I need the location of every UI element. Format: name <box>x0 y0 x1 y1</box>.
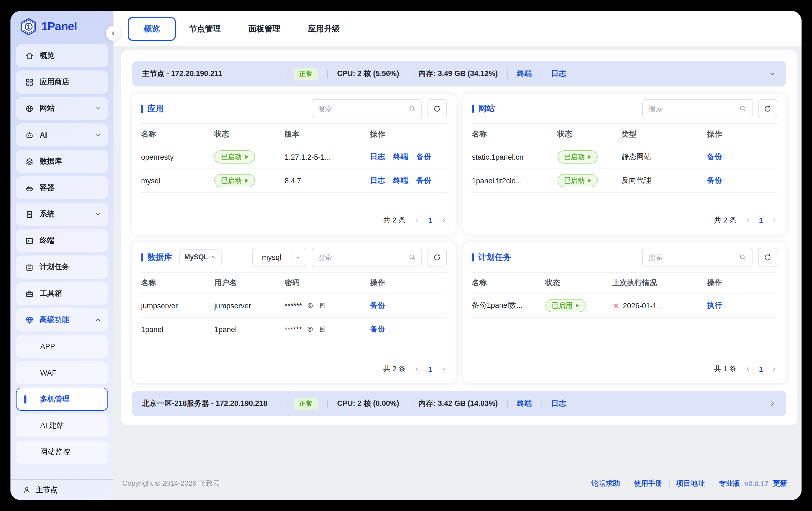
backup-link[interactable]: 备份 <box>707 152 722 162</box>
failed-x-icon <box>612 302 619 309</box>
prev-page-icon[interactable] <box>745 366 751 372</box>
tab-app-upgrade[interactable]: 应用升级 <box>308 23 340 34</box>
sidebar-collapse-button[interactable] <box>106 26 121 41</box>
backup-link[interactable]: 备份 <box>370 324 385 334</box>
chevron-down-icon[interactable] <box>768 70 776 78</box>
status-pill[interactable]: 已启动 <box>557 150 598 163</box>
sidebar-item-appstore[interactable]: 应用商店 <box>16 70 108 94</box>
edition-label[interactable]: 专业版 <box>719 479 740 488</box>
chevron-right-icon[interactable] <box>768 400 776 408</box>
copy-icon[interactable] <box>318 302 326 309</box>
search-input[interactable] <box>318 253 408 261</box>
app-search-input[interactable] <box>312 99 422 118</box>
pagination: 共 2 条 1 <box>141 357 446 383</box>
cron-refresh-button[interactable] <box>758 247 777 267</box>
prev-page-icon[interactable] <box>745 217 751 223</box>
table-header: 名称 状态 类型 操作 <box>472 123 777 145</box>
node-bar-beijing[interactable]: 北京一区-218服务器 - 172.20.190.218 正常 CPU: 2 核… <box>132 391 786 416</box>
sidebar-item-system[interactable]: 系统 <box>16 203 108 226</box>
table-row: jumpserver jumpserver ****** 备份 <box>141 294 446 318</box>
terminal-link[interactable]: 终端 <box>393 152 408 162</box>
globe-icon <box>25 104 34 113</box>
forum-help-link[interactable]: 论坛求助 <box>591 479 620 488</box>
status-pill[interactable]: 已启动 <box>557 174 598 187</box>
play-icon <box>245 178 248 183</box>
prev-page-icon[interactable] <box>414 217 420 223</box>
chevron-left-icon <box>110 30 117 37</box>
page-number[interactable]: 1 <box>428 365 432 373</box>
page-number[interactable]: 1 <box>428 216 432 224</box>
db-name: 1panel <box>141 325 214 333</box>
app-version: 8.4.7 <box>285 177 370 185</box>
sidebar-item-overview[interactable]: 概览 <box>16 44 108 67</box>
website-refresh-button[interactable] <box>758 99 777 118</box>
db-type-select[interactable]: MySQL <box>179 249 222 265</box>
manual-link[interactable]: 使用手册 <box>634 479 662 488</box>
terminal-link[interactable]: 终端 <box>393 176 408 186</box>
cron-search-input[interactable] <box>642 247 753 267</box>
eye-icon[interactable] <box>306 325 314 333</box>
divider <box>669 480 670 487</box>
copy-icon[interactable] <box>318 325 326 333</box>
sidebar-item-waf[interactable]: WAF <box>16 361 108 384</box>
sidebar-item-ai[interactable]: AI <box>16 123 108 147</box>
eye-icon[interactable] <box>306 302 314 309</box>
sidebar-item-cron[interactable]: 计划任务 <box>16 256 108 279</box>
next-page-icon[interactable] <box>771 217 777 223</box>
execute-link[interactable]: 执行 <box>707 301 722 310</box>
next-page-icon[interactable] <box>771 366 777 372</box>
backup-link[interactable]: 备份 <box>416 176 431 186</box>
status-pill[interactable]: 已启用 <box>545 299 586 312</box>
page-number[interactable]: 1 <box>759 365 763 373</box>
backup-link[interactable]: 备份 <box>416 152 431 162</box>
sidebar-item-advanced[interactable]: 高级功能 <box>16 308 108 331</box>
next-page-icon[interactable] <box>440 217 446 223</box>
search-input[interactable] <box>318 104 408 113</box>
website-search-input[interactable] <box>642 99 753 118</box>
sidebar-item-app[interactable]: APP <box>16 335 108 358</box>
status-pill[interactable]: 已启动 <box>214 150 255 163</box>
prev-page-icon[interactable] <box>414 366 420 372</box>
sidebar-item-label: 应用商店 <box>40 77 69 87</box>
sidebar-item-toolbox[interactable]: 工具箱 <box>16 282 108 305</box>
status-pill[interactable]: 已启动 <box>214 174 255 187</box>
refresh-icon <box>763 104 772 113</box>
status-label: 已启动 <box>564 152 585 161</box>
tab-overview[interactable]: 概览 <box>128 17 176 40</box>
sidebar-item-container[interactable]: 容器 <box>16 176 108 199</box>
db-instance-select[interactable]: mysql <box>252 247 306 267</box>
page-number[interactable]: 1 <box>759 216 763 224</box>
tab-node-management[interactable]: 节点管理 <box>189 23 221 34</box>
search-icon <box>408 253 416 261</box>
node-log-link[interactable]: 日志 <box>551 69 566 79</box>
backup-link[interactable]: 备份 <box>707 176 722 186</box>
node-log-link[interactable]: 日志 <box>551 399 566 409</box>
sidebar-item-multinode[interactable]: 多机管理 <box>16 388 108 411</box>
whale-icon <box>25 183 34 192</box>
update-link[interactable]: 更新 <box>773 479 787 488</box>
project-link[interactable]: 项目地址 <box>676 479 705 488</box>
search-input[interactable] <box>648 104 739 113</box>
sidebar-item-site-monitor[interactable]: 网站监控 <box>16 441 108 464</box>
current-node-label: 主节点 <box>36 485 57 495</box>
sidebar-current-node[interactable]: 主节点 <box>10 479 114 500</box>
tab-panel-management[interactable]: 面板管理 <box>249 23 281 34</box>
app-name: mysql <box>141 177 214 185</box>
sidebar-item-terminal[interactable]: 终端 <box>16 229 108 252</box>
sidebar-item-ai-site[interactable]: AI 建站 <box>16 414 108 437</box>
sidebar-item-website[interactable]: 网站 <box>16 97 108 120</box>
refresh-icon <box>433 104 441 113</box>
search-input[interactable] <box>648 253 739 261</box>
app-refresh-button[interactable] <box>427 99 446 118</box>
log-link[interactable]: 日志 <box>370 176 385 186</box>
node-bar-master[interactable]: 主节点 - 172.20.190.211 正常 CPU: 2 核 (5.56%)… <box>132 61 786 86</box>
sidebar-item-database[interactable]: 数据库 <box>16 150 108 173</box>
card-databases: 数据库 MySQL mysql <box>132 242 455 383</box>
backup-link[interactable]: 备份 <box>370 301 385 310</box>
next-page-icon[interactable] <box>440 366 446 372</box>
node-terminal-link[interactable]: 终端 <box>517 69 532 79</box>
db-refresh-button[interactable] <box>427 247 446 267</box>
node-terminal-link[interactable]: 终端 <box>517 399 532 409</box>
db-search-input[interactable] <box>312 247 422 267</box>
log-link[interactable]: 日志 <box>370 152 385 162</box>
